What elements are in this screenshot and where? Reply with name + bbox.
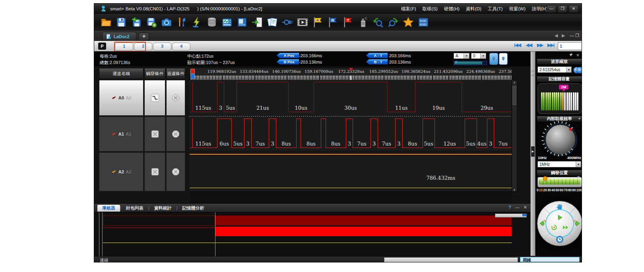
bottom-tab-3[interactable]: 記憶體分析	[178, 204, 209, 212]
zoom-value-select[interactable]: 2.613254us▼	[537, 66, 572, 73]
time-ruler[interactable]: 119.968192us133.034464us146.100736us159.…	[190, 68, 512, 80]
waveform-area[interactable]: 119.968192us133.034464us146.100736us159.…	[190, 66, 512, 203]
trigger-condition-a1[interactable]	[144, 117, 165, 152]
document-tab[interactable]: LaDoc2	[102, 32, 136, 41]
waveform-row-a1[interactable]: 115us6us5us37us38us8us8us37us37us38us5us…	[190, 117, 512, 152]
clock-icon[interactable]	[556, 235, 564, 243]
play-icon[interactable]	[556, 214, 563, 221]
menu-item-0[interactable]: 檔案(F)	[401, 6, 416, 12]
toolbar-binary-button[interactable]: 01010101	[418, 17, 429, 28]
toolbar-camera-button[interactable]	[161, 17, 172, 28]
column-header-1[interactable]: 觸發條件	[144, 68, 165, 79]
navigation-wheel[interactable]	[537, 201, 582, 246]
toolbar-film-button[interactable]	[297, 17, 308, 28]
navigator-panel[interactable]	[94, 212, 530, 256]
first-page-button[interactable]: |◀◀	[514, 43, 521, 48]
toolbar-save-settings-button[interactable]	[146, 17, 157, 28]
menu-item-1[interactable]: 取樣(S)	[423, 6, 438, 12]
menu-item-4[interactable]: 工具(T)	[488, 6, 503, 12]
scroll-up-icon[interactable]: ▲	[512, 81, 517, 84]
toolbar-instrument-button[interactable]	[221, 17, 233, 28]
prev-page-button[interactable]: ◀◀	[526, 43, 532, 48]
last-page-button[interactable]: ▶▶|	[547, 43, 554, 48]
section-more-icon[interactable]: »	[578, 116, 580, 121]
a-t-badge[interactable]: A - T	[366, 53, 388, 58]
close-button[interactable]: ✕	[569, 5, 578, 13]
navigator-view-cursor[interactable]	[215, 212, 215, 256]
trigger-marker-icon[interactable]	[349, 68, 353, 71]
toolbar-open-folder-button[interactable]	[101, 17, 112, 28]
goto-b-marker-button[interactable]	[499, 53, 508, 65]
toolbar-database-button[interactable]	[206, 17, 217, 28]
page-button-4[interactable]: 4	[172, 43, 190, 51]
toolbar-window-layout-button[interactable]	[237, 17, 248, 28]
marker-index-select[interactable]: 0▼	[471, 53, 486, 59]
toolbar-flag-a-button[interactable]: A	[312, 17, 323, 28]
menu-item-2[interactable]: 硬體(H)	[444, 6, 460, 12]
toolbar-save-restore-button[interactable]	[131, 17, 142, 28]
tab-scroll-left-button[interactable]: ◀	[555, 33, 558, 38]
b-t-badge[interactable]: B - T	[366, 59, 388, 64]
panel-close-icon[interactable]: ✕	[524, 205, 527, 210]
toolbar-lightning-button[interactable]	[191, 17, 202, 28]
toolbar-connector-button[interactable]	[282, 17, 293, 28]
toolbar-flag-b-button[interactable]: B	[327, 17, 338, 28]
bottom-tab-2[interactable]: 資料統計	[149, 204, 177, 212]
minimize-button[interactable]: —	[547, 5, 556, 13]
column-header-2[interactable]: 過濾條件	[166, 68, 185, 79]
scrollbar-handle[interactable]	[512, 86, 516, 105]
a-pos-badge[interactable]: A Pos	[277, 53, 299, 58]
trigger-condition-a2[interactable]	[144, 152, 165, 191]
replay-icon[interactable]	[551, 224, 558, 231]
toolbar-flag-t-button[interactable]: T	[342, 17, 353, 28]
scroll-down-icon[interactable]: ▼	[512, 188, 517, 191]
new-tab-button[interactable]: +	[139, 33, 149, 41]
frequency-select[interactable]: 1MHz▼	[537, 161, 581, 167]
page-number-input[interactable]	[558, 42, 582, 50]
menu-item-3[interactable]: 資料(D)	[466, 6, 481, 12]
column-header-0[interactable]: 通道名稱	[99, 68, 144, 79]
restore-button[interactable]: ❐	[558, 5, 567, 13]
page-button-3[interactable]: 3	[153, 43, 171, 51]
bottom-tab-1[interactable]: 封包列表	[121, 204, 148, 212]
toolbar-tools-button[interactable]	[176, 17, 187, 28]
waveform-row-a2[interactable]: 786.432ms	[190, 152, 512, 191]
panel-splitter[interactable]: ▶	[530, 51, 535, 256]
menu-item-5[interactable]: 視窗(W)	[509, 6, 526, 12]
navigator-mini-scrollbar[interactable]	[495, 214, 527, 218]
bottom-tab-0[interactable]: 導航器	[97, 205, 120, 212]
marker-b-stub-icon[interactable]	[190, 74, 195, 79]
marker-select[interactable]: A▼	[454, 53, 469, 59]
trigger-position-slider[interactable]	[537, 177, 582, 187]
help-icon[interactable]: ?	[508, 205, 511, 210]
toolbar-spray-button[interactable]	[357, 17, 369, 28]
panel-minimize-icon[interactable]: —	[515, 205, 520, 210]
waveform-row-a0[interactable]: 115us35us21us10us30us11us19us29us	[190, 80, 512, 116]
toolbar-zoom-redo-button[interactable]	[388, 17, 399, 28]
waveform-vertical-scrollbar[interactable]: ▲ ▼	[512, 80, 517, 192]
doc-minimize-button[interactable]: —	[570, 33, 574, 38]
doc-close-button[interactable]: ✕	[581, 33, 582, 38]
panel-close-icon[interactable]: ✕	[576, 53, 580, 57]
channel-name-cell-a2[interactable]: A2A2	[99, 152, 144, 191]
splitter-collapse-button[interactable]: ▶	[531, 146, 535, 157]
b-pos-badge[interactable]: B Pos	[277, 59, 299, 64]
tab-scroll-right-button[interactable]: ▶	[562, 33, 565, 38]
goto-a-marker-button[interactable]	[489, 53, 498, 65]
toolbar-star-button[interactable]	[403, 17, 414, 28]
trigger-condition-a0[interactable]	[144, 80, 165, 116]
fast-forward-icon[interactable]	[563, 225, 569, 230]
channel-name-cell-a1[interactable]: A1A1	[99, 117, 144, 152]
filter-condition-a0[interactable]	[166, 80, 185, 116]
channel-name-cell-a0[interactable]: A0A0	[99, 80, 144, 116]
page-p-button[interactable]: P	[98, 43, 106, 50]
menu-item-6[interactable]: 說明(H)	[532, 6, 547, 12]
filter-condition-a2[interactable]	[166, 152, 185, 191]
toolbar-documents-button[interactable]	[267, 17, 278, 28]
next-page-button[interactable]: ▶▶	[537, 43, 543, 48]
pin-icon[interactable]	[569, 53, 573, 57]
toolbar-zoom-undo-button[interactable]	[372, 17, 384, 28]
toolbar-save-button[interactable]	[116, 17, 127, 28]
zoom-out-button[interactable]: −	[576, 67, 582, 74]
filter-condition-a1[interactable]	[166, 117, 185, 152]
